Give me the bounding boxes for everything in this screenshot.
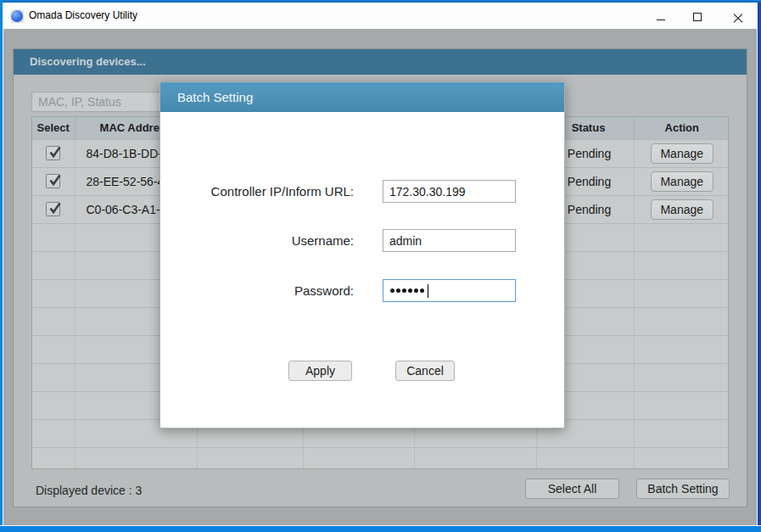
close-button[interactable] — [718, 3, 757, 29]
maximize-button[interactable] — [680, 3, 719, 29]
minimize-icon — [657, 20, 665, 20]
window-border-right-highlight — [757, 3, 758, 525]
app-icon — [10, 9, 24, 23]
window-border-bottom — [0, 526, 761, 532]
window-border-right — [758, 3, 761, 525]
manage-button[interactable]: Manage — [651, 171, 713, 192]
row-checkbox[interactable] — [46, 174, 60, 188]
action-cell: Manage — [634, 167, 729, 195]
dialog-title: Batch Setting — [160, 82, 564, 112]
window-title: Omada Discovery Utility — [29, 3, 137, 29]
password-dot — [390, 288, 394, 293]
select-cell — [32, 167, 75, 195]
password-dot — [396, 288, 400, 293]
manage-button[interactable]: Manage — [651, 143, 713, 164]
cancel-button[interactable]: Cancel — [395, 361, 455, 381]
password-dot — [414, 288, 418, 293]
column-header-select: Select — [32, 117, 75, 139]
controller-url-input[interactable] — [383, 180, 516, 203]
select-cell — [32, 139, 75, 167]
globe-icon — [11, 10, 23, 22]
batch-setting-dialog: Batch Setting Controller IP/Inform URL: … — [159, 81, 565, 428]
column-header-action: Action — [634, 117, 729, 139]
apply-button[interactable]: Apply — [288, 361, 352, 381]
password-input[interactable] — [383, 279, 516, 302]
password-dot — [420, 288, 424, 293]
close-icon — [733, 13, 743, 23]
select-all-button[interactable]: Select All — [525, 479, 619, 499]
maximize-icon — [693, 13, 702, 21]
password-dot — [402, 288, 406, 293]
password-dot — [408, 288, 412, 293]
text-cursor-icon — [428, 284, 428, 298]
action-cell: Manage — [634, 139, 729, 167]
window-border-bottom-highlight — [0, 525, 761, 526]
password-label: Password: — [160, 279, 354, 302]
manage-button[interactable]: Manage — [651, 199, 713, 220]
minimize-button[interactable] — [641, 3, 680, 29]
username-input[interactable] — [383, 229, 516, 252]
app-window: Omada Discovery Utility Discovering devi… — [0, 0, 761, 532]
controller-url-label: Controller IP/Inform URL: — [160, 180, 354, 203]
panel-header: Discovering devices... — [14, 49, 747, 75]
action-cell: Manage — [634, 195, 729, 223]
displayed-device-count: Displayed device : 3 — [36, 484, 142, 497]
row-checkbox[interactable] — [46, 146, 60, 160]
window-border-left-highlight — [3, 3, 3, 525]
select-cell — [32, 195, 75, 223]
batch-setting-button[interactable]: Batch Setting — [636, 479, 730, 499]
empty-table-row — [32, 447, 729, 469]
username-label: Username: — [160, 229, 354, 252]
titlebar: Omada Discovery Utility — [3, 3, 757, 29]
row-checkbox[interactable] — [46, 202, 60, 216]
